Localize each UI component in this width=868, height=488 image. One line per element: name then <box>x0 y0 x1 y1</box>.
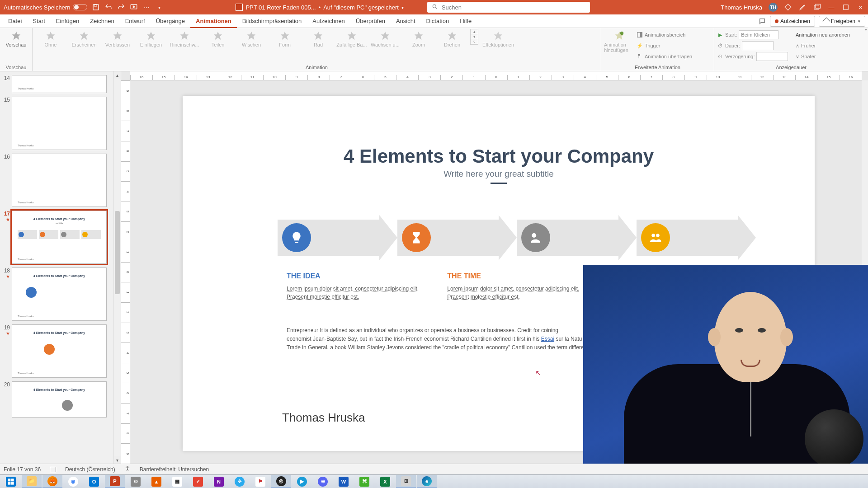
gallery-scroller[interactable]: ▴▾▿ <box>470 29 478 45</box>
anim-hineinschw-[interactable]: Hineinschw... <box>169 29 200 47</box>
thumb-17[interactable]: 17★4 Elements to Start your Companysubti… <box>0 209 113 266</box>
slide-counter[interactable]: Folie 17 von 36 <box>4 466 41 473</box>
todoist-taskbar[interactable]: ✓ <box>188 475 208 488</box>
chrome-taskbar[interactable]: ◉ <box>63 475 83 488</box>
tab-ansicht[interactable]: Ansicht <box>391 14 421 28</box>
start-button[interactable] <box>1 475 21 488</box>
qat-dropdown-icon[interactable]: ▾ <box>155 3 163 11</box>
trigger-button[interactable]: ⚡Trigger <box>637 41 692 51</box>
slide-title[interactable]: 4 Elements to Start your Company <box>183 145 815 167</box>
share-button[interactable]: Freigeben▾ <box>819 16 865 27</box>
firefox-taskbar[interactable]: 🦊 <box>42 475 62 488</box>
search-input[interactable] <box>442 4 585 11</box>
save-icon[interactable] <box>92 3 100 11</box>
window-icon[interactable] <box>813 3 821 11</box>
vlc-taskbar[interactable]: ▲ <box>146 475 166 488</box>
comments-icon[interactable] <box>758 17 766 25</box>
people-circle[interactable] <box>641 223 670 252</box>
app-taskbar-2[interactable]: ▦ <box>167 475 187 488</box>
maximize-icon[interactable] <box>842 3 850 11</box>
tab-einfügen[interactable]: Einfügen <box>51 14 85 28</box>
tab-übergänge[interactable]: Übergänge <box>151 14 190 28</box>
user-name[interactable]: Thomas Hruska <box>721 4 762 11</box>
tab-entwurf[interactable]: Entwurf <box>120 14 151 28</box>
delay-input[interactable] <box>756 52 788 61</box>
tab-datei[interactable]: Datei <box>3 14 27 28</box>
minimize-icon[interactable]: — <box>827 3 835 11</box>
add-animation-button[interactable]: Animation hinzufügen <box>604 29 635 53</box>
app-taskbar-1[interactable]: ⊙ <box>126 475 146 488</box>
record-button[interactable]: Aufzeichnen <box>770 16 815 27</box>
avatar[interactable]: TH <box>769 3 778 12</box>
telegram-taskbar[interactable]: ✈ <box>230 475 250 488</box>
edge-taskbar[interactable]: e <box>417 475 437 488</box>
move-earlier-button[interactable]: ∧Früher <box>796 41 850 51</box>
tab-start[interactable]: Start <box>27 14 50 28</box>
anim-einfliegen[interactable]: Einfliegen <box>136 29 166 47</box>
scroll-down-icon[interactable]: ▾ <box>114 456 121 464</box>
anim-verblassen[interactable]: Verblassen <box>102 29 133 47</box>
anim-zuf-llige-ba-[interactable]: Zufällige Ba... <box>336 29 367 47</box>
anim-wischen[interactable]: Wischen <box>236 29 267 47</box>
onenote-taskbar[interactable]: N <box>209 475 229 488</box>
saved-location[interactable]: Auf "diesem PC" gespeichert <box>323 4 399 11</box>
redo-icon[interactable] <box>117 3 125 11</box>
anim-form[interactable]: Form <box>269 29 300 47</box>
horizontal-ruler[interactable]: 1615141312111098765432101234567891011121… <box>130 71 862 80</box>
anim-wachsen-u-[interactable]: Wachsen u... <box>370 29 401 47</box>
explorer-taskbar[interactable]: 📁 <box>22 475 42 488</box>
start-select[interactable]: Beim Klicken <box>739 30 778 39</box>
scroll-up-icon[interactable]: ▴ <box>114 71 121 79</box>
tab-hilfe[interactable]: Hilfe <box>454 14 477 28</box>
animation-pane-button[interactable]: Animationsbereich <box>637 30 692 40</box>
scrollbar-thumb[interactable] <box>115 211 120 294</box>
thumb-14[interactable]: 14Thomas Hruska <box>0 73 113 95</box>
thumb-19[interactable]: 19★4 Elements to Start your CompanyThoma… <box>0 323 113 380</box>
anim-rad[interactable]: Rad <box>303 29 334 47</box>
anim-teilen[interactable]: Teilen <box>203 29 233 47</box>
filename-label[interactable]: PPT 01 Roter Faden 005... <box>245 4 316 11</box>
author-name[interactable]: Thomas Hruska <box>282 411 365 425</box>
anim-ohne[interactable]: Ohne <box>35 29 66 47</box>
tab-animationen[interactable]: Animationen <box>190 14 237 28</box>
move-later-button[interactable]: ∨Später <box>796 52 850 61</box>
pen-icon[interactable] <box>798 3 807 11</box>
excel-taskbar[interactable]: X <box>375 475 395 488</box>
app-taskbar-6[interactable]: ⌘ <box>354 475 374 488</box>
autosave-toggle[interactable] <box>73 4 87 10</box>
tab-dictation[interactable]: Dictation <box>421 14 455 28</box>
column-orange[interactable]: THE TIMELorem ipsum dolor sit amet, cons… <box>447 272 586 301</box>
word-taskbar[interactable]: W <box>334 475 354 488</box>
accessibility-label[interactable]: Barrierefreiheit: Untersuchen <box>140 466 209 473</box>
thumb-15[interactable]: 15Thomas Hruska <box>0 95 113 152</box>
app-taskbar-5[interactable]: ⊕ <box>313 475 333 488</box>
money-circle[interactable] <box>521 223 550 252</box>
language-label[interactable]: Deutsch (Österreich) <box>65 466 115 473</box>
app-taskbar-7[interactable]: ⊞ <box>396 475 416 488</box>
app-taskbar-3[interactable]: ⚑ <box>250 475 270 488</box>
collapse-ribbon-icon[interactable]: ˅ <box>865 29 867 34</box>
slide-subtitle[interactable]: Write here your great subtitle <box>183 169 815 179</box>
anim-zoom[interactable]: Zoom <box>403 29 434 47</box>
essai-link[interactable]: Essai <box>541 336 554 342</box>
close-icon[interactable]: ✕ <box>856 3 864 11</box>
time-circle[interactable] <box>402 223 431 252</box>
outlook-taskbar[interactable]: O <box>84 475 104 488</box>
undo-icon[interactable] <box>104 3 113 11</box>
diamond-icon[interactable] <box>784 3 792 11</box>
anim-erscheinen[interactable]: Erscheinen <box>69 29 99 47</box>
obs-taskbar[interactable]: ◎ <box>271 475 291 488</box>
search-box[interactable] <box>427 2 590 13</box>
powerpoint-taskbar[interactable]: P <box>105 475 125 488</box>
animation-painter-button[interactable]: Animation übertragen <box>637 52 692 61</box>
idea-circle[interactable] <box>282 223 311 252</box>
duration-input[interactable] <box>742 41 774 50</box>
app-taskbar-4[interactable]: ▶ <box>292 475 312 488</box>
anim-drehen[interactable]: Drehen <box>437 29 467 47</box>
column-blue[interactable]: THE IDEALorem ipsum dolor sit amet, cons… <box>287 272 425 301</box>
thumb-16[interactable]: 16Thomas Hruska <box>0 152 113 209</box>
tab-aufzeichnen[interactable]: Aufzeichnen <box>307 14 350 28</box>
vertical-ruler[interactable]: 9876543210123456789 <box>121 80 130 464</box>
tab-bildschirmpräsentation[interactable]: Bildschirmpräsentation <box>237 14 307 28</box>
effect-options-button[interactable]: Effektoptionen <box>483 29 514 47</box>
